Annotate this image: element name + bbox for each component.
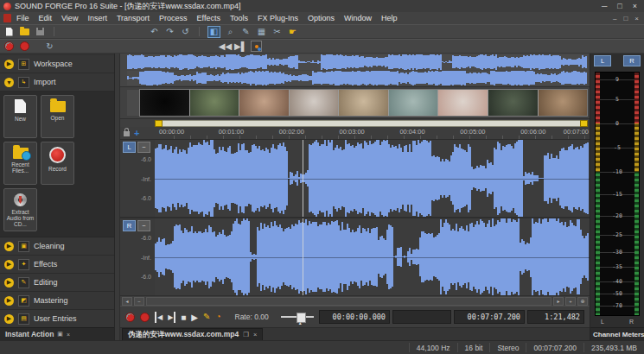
- save-icon[interactable]: [35, 27, 46, 37]
- loop-playback-icon[interactable]: ◔: [215, 312, 220, 323]
- expand-arrow-icon[interactable]: ▶: [4, 296, 14, 306]
- import-new-button[interactable]: New: [3, 95, 37, 138]
- zoom-out-time-icon[interactable]: −: [134, 297, 144, 306]
- float-window-icon[interactable]: ❐: [243, 331, 249, 338]
- menu-file[interactable]: File: [16, 14, 29, 22]
- video-thumbnail[interactable]: [339, 90, 389, 116]
- video-thumbnail[interactable]: [239, 90, 290, 116]
- expand-arrow-icon[interactable]: ▶: [4, 242, 14, 251]
- video-thumbnail[interactable]: [438, 90, 488, 116]
- go-to-start-button[interactable]: ◀: [155, 312, 163, 323]
- scrollbar-track[interactable]: [146, 297, 552, 306]
- video-thumbnail[interactable]: [190, 90, 240, 116]
- new-file-icon[interactable]: [3, 27, 15, 37]
- sidebar-item-mastering[interactable]: ▶ ◩ Mastering: [0, 292, 114, 310]
- rate-slider[interactable]: ▲: [281, 312, 314, 322]
- scroll-right-icon[interactable]: ▸: [553, 297, 564, 306]
- time-ruler[interactable]: 00:00:00 00:01:00 00:02:00 00:03:00 00:0…: [158, 127, 590, 139]
- playhead-cursor[interactable]: [303, 140, 303, 217]
- scroll-left-icon[interactable]: ◂: [122, 297, 132, 306]
- marker-tool-icon[interactable]: [251, 41, 262, 52]
- menu-view[interactable]: View: [61, 14, 78, 22]
- sidebar-item-workspace[interactable]: ▶ ⊞ Workspace: [0, 55, 114, 73]
- document-menu-icon[interactable]: [3, 14, 11, 22]
- pencil-tool-icon[interactable]: ✎: [240, 27, 252, 37]
- loop-end-marker[interactable]: [580, 120, 588, 127]
- repeat-icon[interactable]: ↺: [180, 27, 191, 37]
- sidebar-item-effects[interactable]: ▶ ✦ Effects: [0, 256, 114, 274]
- envelope-tool-icon[interactable]: ✂: [271, 27, 283, 37]
- import-open-button[interactable]: Open: [41, 95, 74, 138]
- left-channel-button[interactable]: L: [123, 142, 136, 153]
- mdi-restore-button[interactable]: □: [623, 15, 628, 22]
- expand-arrow-icon[interactable]: ▶: [4, 60, 14, 69]
- menu-tools[interactable]: Tools: [230, 14, 248, 22]
- menu-effects[interactable]: Effects: [197, 14, 220, 22]
- menu-insert[interactable]: Insert: [87, 14, 107, 22]
- loop-start-marker[interactable]: [155, 120, 163, 127]
- import-extract-cd-button[interactable]: Extract Audio from CD...: [3, 188, 37, 231]
- play-button[interactable]: ▶: [191, 312, 198, 323]
- event-tool-icon[interactable]: ▦: [256, 27, 267, 37]
- expand-arrow-icon[interactable]: ▶: [4, 260, 14, 269]
- touch-tool-icon[interactable]: ☛: [287, 27, 298, 37]
- video-thumbnail[interactable]: [140, 90, 190, 116]
- menu-help[interactable]: Help: [381, 14, 398, 22]
- record-remote-icon[interactable]: [3, 41, 15, 52]
- horizontal-scrollbar[interactable]: ◂ − ▸ + ⊕: [120, 295, 590, 306]
- pin-icon[interactable]: ▣: [57, 331, 63, 338]
- record-icon[interactable]: [19, 41, 30, 52]
- close-document-icon[interactable]: ×: [253, 331, 257, 338]
- left-channel-minimize-button[interactable]: −: [137, 142, 150, 153]
- import-record-button[interactable]: Record: [41, 142, 74, 185]
- menu-transport[interactable]: Transport: [117, 14, 150, 22]
- loop-region-bar[interactable]: [120, 119, 590, 127]
- right-channel[interactable]: R − -6.0 -Inf. -6.0: [120, 218, 590, 295]
- rewind-icon[interactable]: ◀◀: [220, 41, 231, 52]
- play-as-sample-icon[interactable]: ✎: [203, 312, 210, 323]
- menu-process[interactable]: Process: [159, 14, 188, 22]
- open-file-icon[interactable]: [19, 27, 30, 37]
- sidebar-item-user-entries[interactable]: ▶ ▤ User Entries: [0, 310, 114, 327]
- overview-waveform[interactable]: [120, 54, 590, 87]
- magnify-tool-icon[interactable]: ⌕: [225, 27, 236, 37]
- document-tab[interactable]: 伪递的安详www.ssdax.com.mp4 ❐ ×: [122, 328, 263, 340]
- stop-button[interactable]: ■: [181, 312, 186, 323]
- right-channel-button[interactable]: R: [123, 220, 136, 231]
- sidebar-item-editing[interactable]: ▶ ✎ Editing: [0, 274, 114, 292]
- edit-tool-icon[interactable]: ◧: [207, 26, 220, 38]
- menu-options[interactable]: Options: [308, 14, 335, 22]
- zoom-in-time-icon[interactable]: +: [565, 297, 576, 306]
- close-panel-icon[interactable]: ×: [67, 332, 70, 338]
- undo-icon[interactable]: ↶: [149, 27, 160, 37]
- meter-left-button[interactable]: L: [594, 55, 611, 66]
- go-to-end-button[interactable]: ▶: [168, 312, 175, 323]
- expand-arrow-icon[interactable]: ▶: [4, 314, 14, 324]
- mdi-minimize-button[interactable]: –: [613, 15, 616, 22]
- video-thumbnail[interactable]: [290, 90, 340, 116]
- video-thumbnail[interactable]: [389, 90, 439, 116]
- record-remote-icon[interactable]: [125, 312, 135, 323]
- lock-icon[interactable]: [124, 131, 130, 136]
- move-cursor-icon[interactable]: +: [134, 130, 139, 137]
- sidebar-item-import[interactable]: ▼ ↳ Import: [0, 73, 114, 92]
- menu-edit[interactable]: Edit: [39, 14, 53, 22]
- playhead-cursor[interactable]: [303, 218, 303, 295]
- expand-arrow-icon[interactable]: ▶: [4, 278, 14, 288]
- sidebar-item-cleaning[interactable]: ▶ ▣ Cleaning: [0, 237, 114, 256]
- zoom-fit-icon[interactable]: ⊕: [577, 297, 588, 306]
- menu-fx-plugins[interactable]: FX Plug-Ins: [258, 14, 298, 22]
- record-icon[interactable]: [140, 312, 150, 323]
- close-button[interactable]: ×: [633, 2, 637, 10]
- mdi-close-button[interactable]: ×: [634, 15, 639, 22]
- right-channel-minimize-button[interactable]: −: [137, 220, 150, 231]
- left-channel[interactable]: L − -6.0 -Inf. -6.0: [120, 140, 590, 218]
- import-recent-files-button[interactable]: Recent Files...: [3, 142, 37, 185]
- video-thumbnail[interactable]: [539, 90, 588, 116]
- forward-icon[interactable]: ▶▌: [235, 41, 246, 52]
- redo-icon[interactable]: ↷: [164, 27, 175, 37]
- loop-playback-icon[interactable]: ↻: [44, 41, 55, 52]
- collapse-arrow-icon[interactable]: ▼: [4, 78, 14, 87]
- meter-right-button[interactable]: R: [623, 55, 641, 66]
- minimize-button[interactable]: ─: [602, 2, 607, 10]
